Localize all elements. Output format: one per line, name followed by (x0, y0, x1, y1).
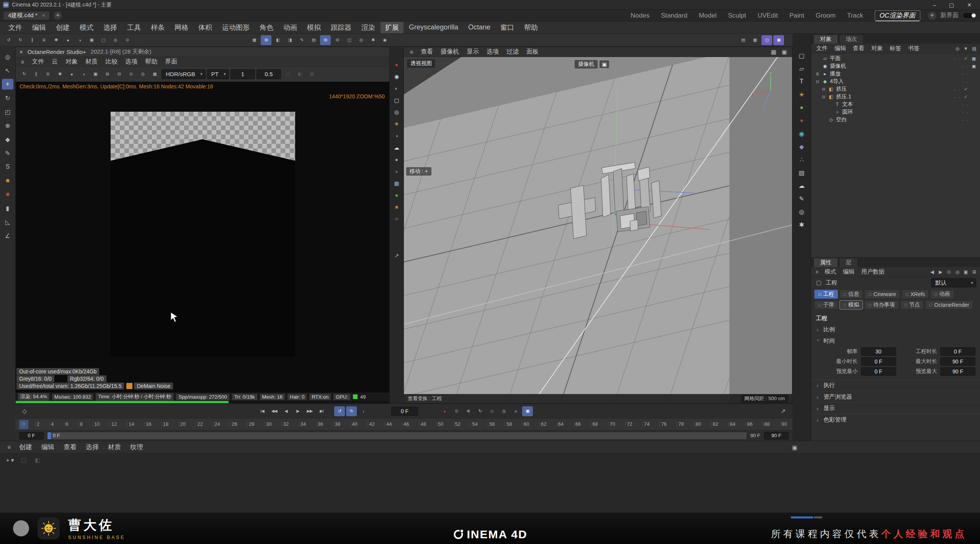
timeline-tick[interactable]: 12 (110, 422, 117, 427)
range-start-field[interactable]: 0 F (19, 432, 44, 440)
field-input[interactable]: 0 F (861, 357, 896, 366)
menu-item[interactable]: 编辑 (28, 22, 51, 33)
object-row[interactable]: ⊟ ◧ 挤压 ✓ (811, 85, 980, 93)
octane-node-icon[interactable]: ● (392, 191, 401, 199)
field-input[interactable]: 0 F (861, 367, 896, 376)
light-object-icon[interactable]: ☀ (795, 90, 808, 99)
layout-split-icon[interactable]: ▤ (738, 35, 748, 45)
timeline-tick[interactable]: 88 (763, 422, 769, 427)
object-row[interactable]: ⊟ ◧ 挤压.1 ✓ (811, 93, 980, 101)
timeline-tick[interactable]: 84 (728, 422, 735, 427)
menu-item[interactable]: 标签 (886, 44, 905, 53)
zoom-tool-icon[interactable]: ◎ (2, 51, 13, 62)
panel-tab[interactable]: 属性 (813, 258, 838, 267)
menu-item[interactable]: 对象 (868, 44, 886, 53)
camera-icon[interactable]: ⊙ (122, 35, 132, 45)
material-green-icon[interactable]: ● (795, 103, 808, 112)
layout-tab[interactable]: Standard (661, 12, 687, 20)
object-row[interactable]: ◉ 摄像机 ✓ ▣ (811, 62, 980, 70)
plane-object-icon[interactable]: ▱ (795, 64, 808, 73)
timeline-tick[interactable]: 42 (368, 422, 374, 427)
camera-settings-icon[interactable]: ◧ (294, 69, 305, 79)
menu-item[interactable]: 运动图形 (217, 22, 254, 33)
timeline-tick[interactable]: 10 (93, 422, 100, 427)
knife-tool-icon[interactable]: ◺ (2, 217, 13, 227)
menu-item[interactable]: 渲染 (357, 22, 380, 33)
next-key-button[interactable]: ▶▶ (304, 406, 315, 416)
attribute-tab[interactable]: 模拟 (840, 300, 863, 309)
ghost-texture-icon[interactable]: ◧ (32, 455, 43, 465)
filter-icon[interactable]: ▼ (962, 45, 970, 52)
cube-object-icon[interactable]: ▢ (795, 50, 808, 60)
hamburger-icon[interactable]: ≡ (813, 268, 821, 276)
timeline-tick[interactable]: 54 (470, 422, 477, 427)
focus-object-icon[interactable]: ◎ (110, 35, 121, 45)
subsample-icon[interactable]: ⊞ (102, 69, 113, 79)
record-button[interactable]: ● (439, 406, 450, 416)
layout-tab[interactable]: Nodes (630, 12, 649, 20)
menu-item[interactable]: 帮助 (519, 22, 542, 33)
timeline-tick[interactable]: 76 (660, 422, 666, 427)
loop-mode-icon[interactable]: ↺ (334, 406, 345, 416)
redo-icon[interactable]: ↻ (15, 35, 26, 45)
menu-item[interactable]: 样条 (146, 22, 169, 33)
preset-select[interactable]: 默认 (931, 278, 976, 287)
layer-dots[interactable] (963, 109, 969, 115)
modeling-mode-icon[interactable]: ▦ (249, 35, 260, 45)
octane-mesh-icon[interactable]: ◉ (392, 72, 401, 81)
pick-focus-icon[interactable]: ⊙ (126, 69, 136, 79)
menu-item[interactable]: 云 (48, 57, 62, 67)
timeline-tick[interactable]: 58 (505, 422, 512, 427)
restart-render-icon[interactable]: R (42, 69, 53, 79)
octane-sky-icon[interactable]: ◑ (392, 132, 401, 140)
timeline-expand-icon[interactable]: ↗ (778, 406, 789, 416)
timeline-tick[interactable]: 86 (745, 422, 752, 427)
attribute-tab[interactable]: XRefs (902, 290, 929, 299)
octane-aov-icon[interactable]: ▦ (392, 179, 401, 187)
move-tool-icon[interactable]: + (2, 79, 13, 90)
range-end-field[interactable]: 90 F (764, 432, 789, 440)
timeline-tick[interactable]: 80 (694, 422, 701, 427)
hamburger-icon[interactable]: ≡ (17, 57, 28, 67)
text-object-icon[interactable]: T (795, 77, 808, 86)
menu-item[interactable]: 查看 (417, 47, 437, 57)
menu-item[interactable]: 选项 (483, 47, 503, 57)
layer-dots[interactable] (955, 55, 961, 62)
hamburger-icon[interactable]: ≡ (406, 47, 417, 57)
tag-icon[interactable]: ◆ (795, 142, 808, 151)
layout-tab[interactable]: OC渲染界面 (875, 10, 921, 21)
region-render-icon[interactable]: ⊟ (114, 69, 124, 79)
current-frame-field[interactable]: 0 F (391, 407, 418, 416)
attribute-group[interactable]: › 执行 (811, 379, 980, 391)
timeline-tick[interactable]: 68 (591, 422, 598, 427)
axis-modify-icon[interactable]: ◫ (344, 35, 354, 45)
record-rotation-icon[interactable]: ↻ (475, 406, 485, 416)
layout-tab[interactable]: Groom (816, 12, 836, 20)
octane-chip2-icon[interactable]: ■ (392, 215, 401, 223)
record-param-icon[interactable]: ◎ (498, 406, 509, 416)
layer-dots[interactable] (963, 71, 969, 77)
lock-view-icon[interactable]: ● (66, 69, 77, 79)
quantize-icon[interactable]: ⊟ (332, 35, 343, 45)
camera-button[interactable]: 摄像机 (575, 60, 598, 68)
spline-pen-icon[interactable]: S (2, 161, 13, 172)
menu-item[interactable]: 选择 (99, 22, 122, 33)
attribute-tab[interactable]: 子弹 (814, 300, 838, 309)
viewport-filter-icon[interactable]: ◎ (356, 35, 366, 45)
octane-lens-icon[interactable]: ◎ (392, 108, 401, 116)
octane-cloud-icon[interactable]: ☁ (392, 143, 401, 152)
new-document-button[interactable]: + (54, 11, 62, 20)
field-input[interactable]: 0 F (940, 347, 975, 356)
attribute-tab[interactable]: 工程 (814, 290, 838, 299)
timeline-tick[interactable]: 26 (230, 422, 237, 427)
timeline-tick[interactable]: 28 (247, 422, 254, 427)
timeline-tick[interactable]: 62 (539, 422, 546, 427)
pen-tool-icon[interactable]: ✎ (2, 148, 13, 158)
menu-item[interactable]: 网格 (170, 22, 193, 33)
keyframe-diamond-icon[interactable]: ◇ (19, 406, 30, 416)
pen-icon[interactable]: ✎ (296, 35, 307, 45)
attribute-group[interactable]: › 显示 (811, 402, 980, 414)
menu-item[interactable]: 界面 (161, 57, 181, 67)
timeline-tick[interactable]: 24 (213, 422, 220, 427)
menu-item[interactable]: 扩展 (381, 22, 403, 33)
